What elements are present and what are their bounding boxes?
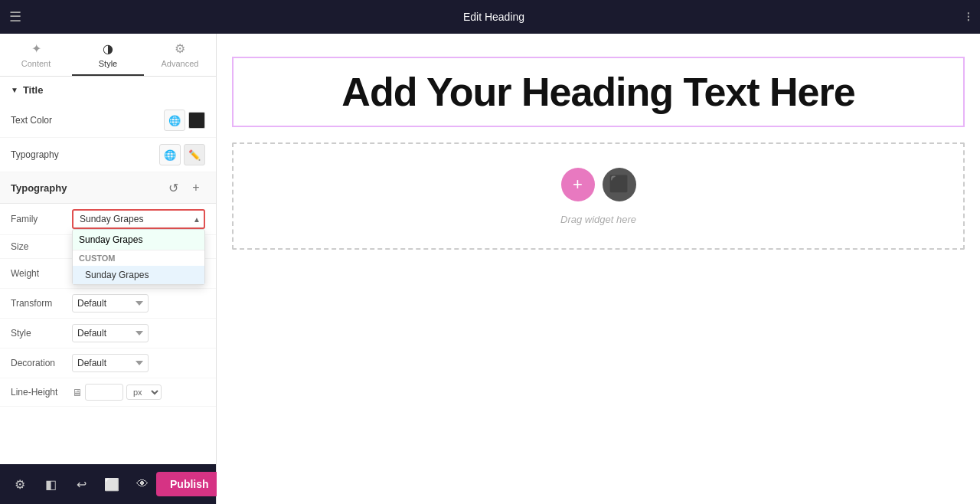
- typography-label: Typography: [11, 149, 59, 160]
- typography-add-btn[interactable]: +: [187, 178, 205, 197]
- size-label: Size: [11, 241, 72, 252]
- family-option-sunday-grapes[interactable]: Sunday Grapes: [73, 266, 204, 284]
- tab-style[interactable]: ◑ Style: [72, 34, 144, 76]
- grid-icon[interactable]: ⁝: [966, 8, 971, 25]
- content-tab-label: Content: [21, 59, 51, 68]
- decoration-label: Decoration: [11, 358, 72, 368]
- transform-row: Transform Default: [0, 289, 216, 319]
- text-color-swatch[interactable]: [188, 112, 205, 129]
- typography-section-title: Typography: [11, 182, 67, 194]
- family-dropdown[interactable]: Sunday Grapes: [72, 209, 205, 229]
- advanced-tab-label: Advanced: [162, 59, 199, 68]
- transform-label: Transform: [11, 298, 72, 309]
- bottom-icons: ⚙ ◧ ↩ ⬜ 👁: [6, 470, 156, 498]
- line-height-unit-select[interactable]: px em: [126, 385, 162, 400]
- left-panel: ✦ Content ◑ Style ⚙ Advanced ▼ Title: [0, 34, 217, 504]
- typography-edit-btn[interactable]: ✏️: [184, 144, 205, 165]
- family-label: Family: [11, 214, 72, 224]
- typography-row: Typography 🌐 ✏️: [0, 138, 216, 172]
- text-color-global-btn[interactable]: 🌐: [164, 110, 185, 131]
- tab-advanced[interactable]: ⚙ Advanced: [144, 34, 216, 76]
- text-color-row: Text Color 🌐: [0, 103, 216, 138]
- style-row: Style Default: [0, 319, 216, 349]
- publish-button[interactable]: Publish: [156, 472, 223, 496]
- heading-text[interactable]: Add Your Heading Text Here: [249, 69, 948, 115]
- style-tab-label: Style: [99, 59, 117, 68]
- main-content: ✦ Content ◑ Style ⚙ Advanced ▼ Title: [0, 34, 980, 504]
- drag-label: Drag widget here: [560, 214, 636, 225]
- line-height-label: Line-Height: [11, 387, 72, 398]
- style-select[interactable]: Default: [72, 324, 149, 342]
- family-dropdown-wrapper: Sunday Grapes ▲ Custom Sunday Grapes: [72, 209, 205, 229]
- line-height-control: 🖥 px em: [72, 384, 162, 401]
- typography-reset-btn[interactable]: ↺: [164, 178, 182, 197]
- canvas-area: Add Your Heading Text Here + ⬛ Drag widg…: [217, 34, 980, 504]
- app-wrapper: ☰ Edit Heading ⁝ ✦ Content ◑ Style ⚙ Adv…: [0, 0, 980, 504]
- decoration-select[interactable]: Default: [72, 354, 149, 372]
- family-group-label: Custom: [73, 250, 204, 266]
- tab-content[interactable]: ✦ Content: [0, 34, 72, 76]
- style-tab-icon: ◑: [103, 41, 113, 56]
- typography-global-btn[interactable]: 🌐: [159, 144, 181, 165]
- text-color-label: Text Color: [11, 115, 52, 126]
- add-widget-button[interactable]: +: [561, 168, 595, 201]
- history-icon-btn[interactable]: ↩: [67, 470, 95, 498]
- family-row: Family Sunday Grapes ▲ Custom Sunday Gra…: [0, 204, 216, 235]
- folder-button[interactable]: ⬛: [603, 168, 636, 201]
- typography-subsection-header: Typography ↺ +: [0, 172, 216, 204]
- text-color-controls: 🌐: [164, 110, 205, 131]
- line-height-input[interactable]: [85, 384, 123, 401]
- style-label: Style: [11, 328, 72, 339]
- typography-controls: 🌐 ✏️: [159, 144, 205, 165]
- settings-icon-btn[interactable]: ⚙: [6, 470, 34, 498]
- decoration-row: Decoration Default: [0, 349, 216, 378]
- tabs: ✦ Content ◑ Style ⚙ Advanced: [0, 34, 216, 77]
- section-title: Title: [23, 84, 44, 96]
- responsive-icon-btn[interactable]: ⬜: [98, 470, 126, 498]
- weight-label: Weight: [11, 268, 72, 279]
- layers-icon-btn[interactable]: ◧: [37, 470, 64, 498]
- title-section-header[interactable]: ▼ Title: [0, 77, 216, 103]
- menu-icon[interactable]: ☰: [9, 8, 21, 25]
- bottom-toolbar: ⚙ ◧ ↩ ⬜ 👁 Publish ∧: [0, 464, 216, 504]
- transform-select[interactable]: Default: [72, 294, 149, 313]
- family-search-input[interactable]: [73, 230, 204, 250]
- heading-box: Add Your Heading Text Here: [232, 57, 965, 127]
- content-tab-icon: ✦: [31, 41, 41, 56]
- line-height-monitor-icon: 🖥: [72, 387, 82, 398]
- panel-content: ▼ Title Text Color 🌐 Typography 🌐: [0, 77, 216, 464]
- line-height-row: Line-Height 🖥 px em: [0, 378, 216, 407]
- preview-icon-btn[interactable]: 👁: [129, 470, 156, 498]
- drop-zone-actions: + ⬛: [561, 168, 636, 201]
- chevron-down-icon: ▼: [11, 86, 18, 94]
- top-bar: ☰ Edit Heading ⁝: [0, 0, 980, 34]
- drop-zone[interactable]: + ⬛ Drag widget here: [232, 142, 965, 250]
- advanced-tab-icon: ⚙: [175, 41, 185, 56]
- typography-header-actions: ↺ +: [164, 178, 205, 197]
- family-dropdown-open: Custom Sunday Grapes: [72, 229, 205, 285]
- panel-title: Edit Heading: [463, 11, 524, 23]
